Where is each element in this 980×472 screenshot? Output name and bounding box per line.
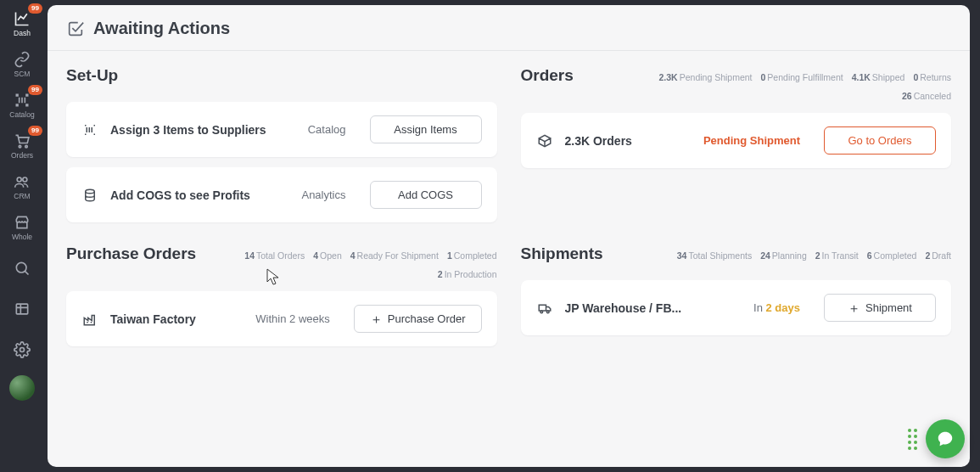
barcode-icon xyxy=(81,121,98,138)
sidebar-item-search[interactable] xyxy=(3,250,41,287)
section-title: Set-Up xyxy=(66,66,118,85)
sidebar-item-label: SCM xyxy=(14,70,31,78)
shipments-section: Shipments 34Total Shipments 24Planning 2… xyxy=(521,244,952,357)
assign-items-button[interactable]: Assign Items xyxy=(370,115,482,143)
card-sub: Analytics xyxy=(301,188,345,201)
card-sub: Catalog xyxy=(308,123,346,136)
orders-card: 2.3K Orders Pending Shipment Go to Order… xyxy=(521,113,952,168)
sidebar-item-table[interactable] xyxy=(3,290,41,328)
svg-rect-5 xyxy=(16,304,27,314)
barcode-icon xyxy=(14,92,31,109)
svg-point-8 xyxy=(540,311,542,313)
card-sub: In 2 days xyxy=(753,301,800,314)
svg-point-4 xyxy=(16,262,26,273)
sidebar-item-label: Catalog xyxy=(9,110,34,119)
sidebar-item-label: Orders xyxy=(11,151,33,160)
section-title: Orders xyxy=(521,66,574,85)
chart-line-icon xyxy=(14,10,31,27)
checkbox-outline-icon xyxy=(66,20,85,38)
go-to-orders-button[interactable]: Go to Orders xyxy=(824,126,936,155)
truck-icon xyxy=(536,300,553,317)
sidebar-item-catalog[interactable]: 99 Catalog xyxy=(3,87,41,124)
card-sub: Within 2 weeks xyxy=(255,312,329,325)
svg-point-2 xyxy=(17,177,21,182)
main-panel: Awaiting Actions Set-Up Assign 3 Items t… xyxy=(48,5,970,467)
svg-point-9 xyxy=(546,311,549,313)
sidebar-item-dash[interactable]: 99 Dash xyxy=(3,5,41,42)
sidebar-item-label: Dash xyxy=(14,29,31,37)
chat-icon xyxy=(936,430,955,448)
orders-stats: 2.3KPending Shipment 0Pending Fulfillmen… xyxy=(646,72,951,101)
svg-point-0 xyxy=(19,145,21,148)
svg-point-1 xyxy=(25,145,28,148)
factory-icon xyxy=(81,311,98,328)
shipments-card: JP Warehouse / FB... In 2 days ＋Shipment xyxy=(521,280,952,335)
section-title: Purchase Orders xyxy=(66,244,196,263)
table-icon xyxy=(14,301,31,317)
setup-section: Set-Up Assign 3 Items to Suppliers Catal… xyxy=(66,66,497,233)
sidebar-item-orders[interactable]: 99 Orders xyxy=(3,127,41,165)
setup-card-cogs: Add COGS to see Profits Analytics Add CO… xyxy=(66,167,497,222)
card-title: JP Warehouse / FB... xyxy=(565,301,744,315)
page-title: Awaiting Actions xyxy=(93,19,230,38)
gear-icon xyxy=(14,341,31,358)
svg-point-3 xyxy=(23,177,27,182)
badge: 99 xyxy=(28,126,42,136)
section-title: Shipments xyxy=(521,244,603,263)
add-purchase-order-button[interactable]: ＋Purchase Order xyxy=(354,305,482,333)
sidebar-item-label: CRM xyxy=(14,192,30,200)
cart-icon xyxy=(14,132,31,149)
svg-point-6 xyxy=(20,348,25,352)
sidebar-item-scm[interactable]: SCM xyxy=(3,46,41,83)
sidebar-item-settings[interactable] xyxy=(3,331,41,368)
card-title: Taiwan Factory xyxy=(110,312,245,326)
card-title: Add COGS to see Profits xyxy=(110,188,291,202)
badge: 99 xyxy=(28,85,42,95)
po-stats: 14Total Orders 4Open 4Ready For Shipment… xyxy=(226,250,497,279)
search-icon xyxy=(14,260,31,277)
link-icon xyxy=(14,51,31,68)
svg-point-7 xyxy=(86,189,95,194)
page-header: Awaiting Actions xyxy=(48,5,970,51)
package-icon xyxy=(536,132,553,149)
avatar[interactable] xyxy=(9,375,35,401)
orders-section: Orders 2.3KPending Shipment 0Pending Ful… xyxy=(521,66,952,233)
add-cogs-button[interactable]: Add COGS xyxy=(370,181,482,209)
badge: 99 xyxy=(28,3,42,14)
sidebar-item-label: Whole xyxy=(12,233,32,241)
shipments-stats: 34Total Shipments 24Planning 2In Transit… xyxy=(677,250,951,261)
database-icon xyxy=(81,187,98,204)
po-section: Purchase Orders 14Total Orders 4Open 4Re… xyxy=(66,244,497,357)
card-status: Pending Shipment xyxy=(703,134,800,147)
drag-grip-icon[interactable] xyxy=(908,429,917,450)
sidebar-item-crm[interactable]: CRM xyxy=(3,168,41,205)
po-card: Taiwan Factory Within 2 weeks ＋Purchase … xyxy=(66,291,497,346)
sidebar: 99 Dash SCM 99 Catalog 99 Orders CRM xyxy=(0,0,44,472)
card-title: Assign 3 Items to Suppliers xyxy=(110,123,298,137)
add-shipment-button[interactable]: ＋Shipment xyxy=(824,294,936,322)
chat-fab[interactable] xyxy=(926,419,965,458)
setup-card-assign: Assign 3 Items to Suppliers Catalog Assi… xyxy=(66,102,497,157)
storefront-icon xyxy=(14,214,31,231)
users-icon xyxy=(14,173,31,190)
card-title: 2.3K Orders xyxy=(565,134,693,148)
sidebar-item-wholesale[interactable]: Whole xyxy=(3,209,41,246)
